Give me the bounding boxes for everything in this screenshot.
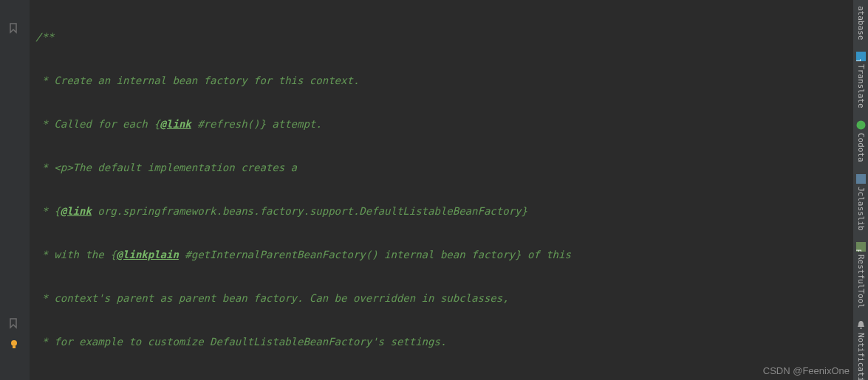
- svg-text:R: R: [856, 249, 862, 252]
- javadoc-text: for example to customize DefaultListable…: [54, 336, 446, 348]
- tab-database[interactable]: atabase: [855, 0, 867, 46]
- tab-notifications[interactable]: Notifications: [855, 314, 867, 380]
- tab-jclasslib[interactable]: Jclasslib: [855, 168, 867, 237]
- javadoc-text: Create an internal bean factory for this…: [54, 75, 359, 86]
- gutter: [0, 0, 30, 380]
- translate-icon: T: [856, 52, 866, 61]
- bookmark-icon[interactable]: [7, 22, 19, 34]
- tab-codota[interactable]: Codota: [855, 114, 867, 168]
- restfultool-icon: R: [856, 242, 866, 252]
- svg-rect-1: [13, 346, 16, 348]
- svg-point-0: [11, 340, 17, 346]
- javadoc-text: context's parent as parent bean factory.…: [54, 292, 508, 304]
- csdn-watermark: CSDN @FeenixOne: [763, 365, 850, 376]
- tab-restfultool[interactable]: R RestfulTool: [855, 236, 867, 314]
- svg-point-4: [856, 120, 865, 129]
- bookmark-icon[interactable]: [7, 317, 19, 329]
- javadoc-text: <p>The default implementation creates a: [54, 162, 297, 173]
- jclasslib-icon: [856, 174, 866, 184]
- codota-icon: [856, 120, 866, 130]
- svg-rect-5: [856, 174, 866, 184]
- javadoc-linkplain-tag: @linkplain: [117, 249, 179, 260]
- intention-bulb-icon[interactable]: [9, 339, 19, 350]
- javadoc-start: /**: [35, 31, 54, 43]
- bell-icon: [856, 320, 866, 330]
- right-tool-window-tabs: atabase T Translate Codota Jclasslib R R…: [853, 0, 868, 380]
- javadoc-link-tag: @link: [160, 118, 191, 130]
- svg-text:T: T: [856, 59, 861, 61]
- tab-translate[interactable]: T Translate: [855, 46, 867, 114]
- editor-area: /** * Create an internal bean factory fo…: [0, 0, 868, 380]
- code-content[interactable]: /** * Create an internal bean factory fo…: [30, 0, 868, 380]
- javadoc-link-tag: @link: [61, 205, 92, 217]
